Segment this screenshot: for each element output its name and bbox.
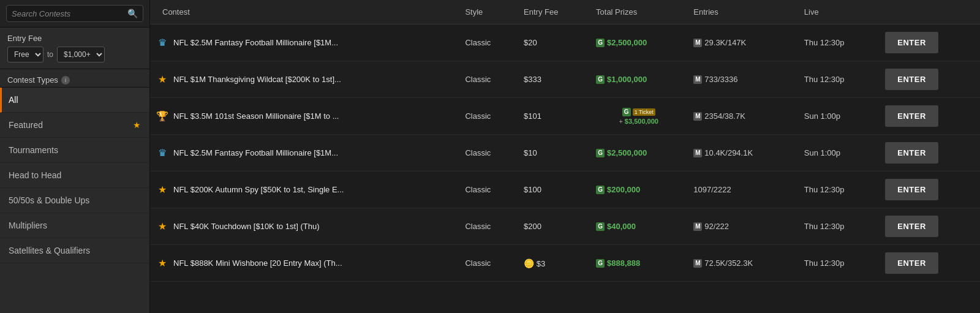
star-icon: ★ xyxy=(156,184,168,195)
entry-fee-cell: $100 xyxy=(518,172,590,208)
entry-fee-section: Entry Fee Free $1 $5 $10 to $10 $50 $100… xyxy=(0,28,149,69)
contest-name-text: NFL $3.5M 101st Season Millionaire [$1M … xyxy=(173,111,339,121)
sidebar-item-fifty-fifty[interactable]: 50/50s & Double Ups xyxy=(0,188,149,213)
style-cell: Classic xyxy=(459,25,518,61)
sidebar-item-featured[interactable]: Featured ★ xyxy=(0,113,149,138)
g-badge: G xyxy=(622,108,631,116)
contest-types-label: Contest Types i xyxy=(7,75,142,85)
prize-cell: G $888,888 xyxy=(596,258,681,268)
style-cell: Classic xyxy=(459,208,518,245)
live-cell: Thu 12:30p xyxy=(798,61,880,98)
live-cell: Thu 12:30p xyxy=(798,172,880,208)
prize-cell: G $2,500,000 xyxy=(596,148,681,157)
crown-icon: ♛ xyxy=(156,147,168,159)
sidebar: 🔍 Entry Fee Free $1 $5 $10 to $10 $50 $1… xyxy=(0,0,150,313)
g-badge: G xyxy=(596,39,605,47)
trophy-icon: 🏆 xyxy=(156,110,168,122)
g-badge: G xyxy=(596,222,605,231)
total-prizes-cell: G $1,000,000 xyxy=(590,61,687,98)
enter-button[interactable]: ENTER xyxy=(885,142,938,164)
nav-item-label: Head to Head xyxy=(9,170,61,180)
table-row: ★ NFL $1M Thanksgiving Wildcat [$200K to… xyxy=(150,61,980,98)
enter-cell: ENTER xyxy=(879,245,980,282)
search-input[interactable] xyxy=(12,9,127,18)
entry-fee-from-select[interactable]: Free $1 $5 $10 xyxy=(7,47,43,62)
contest-name-cell: ♛ NFL $2.5M Fantasy Football Millionaire… xyxy=(150,135,459,172)
table-row: ♛ NFL $2.5M Fantasy Football Millionaire… xyxy=(150,25,980,61)
enter-button[interactable]: ENTER xyxy=(885,32,938,53)
total-prizes-cell: G 1 Ticket + $3,500,000 xyxy=(590,98,687,135)
live-cell: Thu 12:30p xyxy=(798,245,880,282)
col-header-total-prizes: Total Prizes xyxy=(590,0,687,25)
col-header-style: Style xyxy=(459,0,518,25)
entries-cell: M10.4K/294.1K xyxy=(693,148,791,157)
prize-amount: $3,500,000 xyxy=(625,118,658,125)
contest-name-text: NFL $2.5M Fantasy Football Millionaire [… xyxy=(173,38,338,47)
table-row: 🏆 NFL $3.5M 101st Season Millionaire [$1… xyxy=(150,98,980,135)
contest-name-text: NFL $2.5M Fantasy Football Millionaire [… xyxy=(173,148,338,157)
enter-cell: ENTER xyxy=(879,135,980,172)
m-badge: M xyxy=(693,149,702,157)
coin-icon: 🪙 xyxy=(524,258,534,268)
sidebar-item-tournaments[interactable]: Tournaments xyxy=(0,138,149,163)
prize-amount: $1,000,000 xyxy=(607,75,647,84)
col-header-action xyxy=(879,0,980,25)
nav-item-label: 50/50s & Double Ups xyxy=(9,195,89,205)
total-prizes-cell: G $2,500,000 xyxy=(590,25,687,61)
enter-button[interactable]: ENTER xyxy=(885,252,938,274)
info-icon[interactable]: i xyxy=(61,76,70,85)
enter-button[interactable]: ENTER xyxy=(885,216,938,237)
nav-item-label: Multipliers xyxy=(9,221,47,230)
entry-fee-cell: 🪙 $3 xyxy=(518,245,590,282)
entries-cell: M733/3336 xyxy=(693,75,791,84)
live-cell: Thu 12:30p xyxy=(798,208,880,245)
nav-items: All Featured ★ Tournaments Head to Head … xyxy=(0,88,149,313)
entry-fee-to-select[interactable]: $10 $50 $100 $1,000+ xyxy=(57,47,105,62)
entries-cell: M72.5K/352.3K xyxy=(693,258,791,268)
m-badge: M xyxy=(693,75,702,84)
col-header-entries: Entries xyxy=(687,0,797,25)
fee-to-label: to xyxy=(47,50,53,59)
enter-cell: ENTER xyxy=(879,61,980,98)
table-row: ★ NFL $200K Autumn Spy [$50K to 1st, Sin… xyxy=(150,172,980,208)
prize-amount: $200,000 xyxy=(607,185,640,194)
ticket-badge: 1 Ticket xyxy=(633,108,655,116)
prize-amount: $2,500,000 xyxy=(607,38,647,47)
enter-button[interactable]: ENTER xyxy=(885,105,938,127)
star-icon: ★ xyxy=(156,74,168,85)
style-cell: Classic xyxy=(459,61,518,98)
entries-cell: M29.3K/147K xyxy=(693,38,791,47)
live-cell: Thu 12:30p xyxy=(798,25,880,61)
entries-cell-wrap: M2354/38.7K xyxy=(687,98,797,135)
col-header-live: Live xyxy=(798,0,880,25)
entries-value: 1097/2222 xyxy=(693,185,731,194)
star-icon: ★ xyxy=(156,257,168,269)
entries-value: 92/222 xyxy=(704,222,729,231)
contest-name-cell: ★ NFL $40K Touchdown [$10K to 1st] (Thu) xyxy=(150,208,459,245)
enter-cell: ENTER xyxy=(879,25,980,61)
m-badge: M xyxy=(693,259,702,268)
nav-item-label: Featured xyxy=(9,120,43,130)
entry-fee-value: $10 xyxy=(524,148,537,157)
prize-cell: G $40,000 xyxy=(596,222,681,231)
entries-cell: 1097/2222 xyxy=(693,185,791,194)
sidebar-item-all[interactable]: All xyxy=(0,88,149,113)
sidebar-item-multipliers[interactable]: Multipliers xyxy=(0,213,149,238)
nav-item-label: Tournaments xyxy=(9,145,58,155)
contest-name-text: NFL $200K Autumn Spy [$50K to 1st, Singl… xyxy=(173,185,344,194)
prize-cell: G 1 Ticket + $3,500,000 xyxy=(596,108,681,125)
total-prizes-cell: G $200,000 xyxy=(590,172,687,208)
style-cell: Classic xyxy=(459,245,518,282)
entry-fee-value: $101 xyxy=(524,111,541,121)
star-icon: ★ xyxy=(156,221,168,232)
enter-button[interactable]: ENTER xyxy=(885,69,938,90)
contest-rows: ♛ NFL $2.5M Fantasy Football Millionaire… xyxy=(150,25,980,282)
total-prizes-cell: G $2,500,000 xyxy=(590,135,687,172)
prize-cell: G $2,500,000 xyxy=(596,38,681,47)
nav-item-label: Satellites & Qualifiers xyxy=(9,246,90,255)
sidebar-item-head-to-head[interactable]: Head to Head xyxy=(0,163,149,188)
m-badge: M xyxy=(693,39,702,47)
sidebar-item-satellites[interactable]: Satellites & Qualifiers xyxy=(0,238,149,263)
entries-cell-wrap: M733/3336 xyxy=(687,61,797,98)
enter-button[interactable]: ENTER xyxy=(885,179,938,200)
